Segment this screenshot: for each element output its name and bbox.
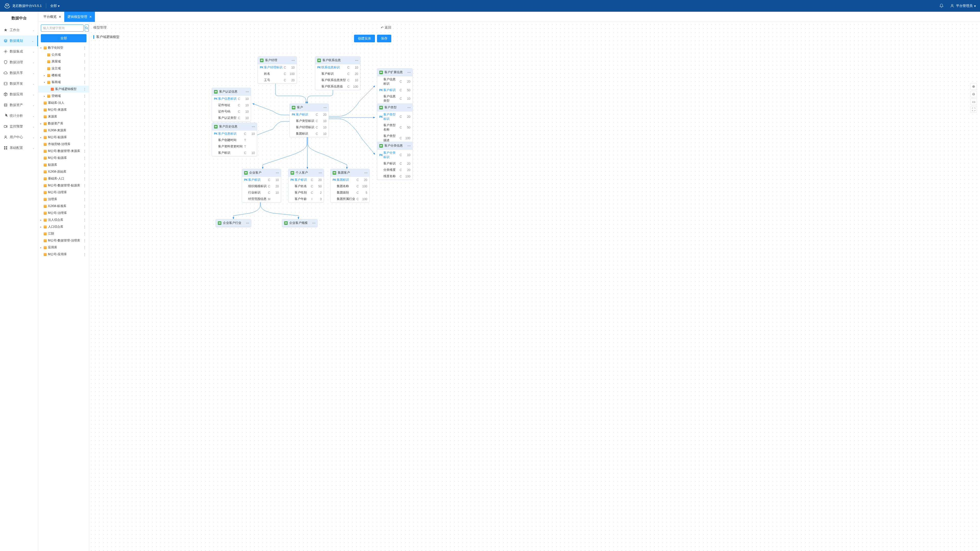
tree-node-28[interactable]: M公司-数据管理-治理库⋮	[38, 237, 89, 244]
sidebar-item-5[interactable]: 数据开发⌄	[0, 78, 38, 89]
more-icon[interactable]: ⋮	[82, 225, 87, 229]
more-icon[interactable]: ⋮	[82, 94, 87, 98]
entity-contact[interactable]: 客户联系信息⋯PK联系信息标识C10客户标识C20客户联系信息类型C10客户联系…	[315, 56, 360, 90]
more-icon[interactable]: ⋯	[252, 125, 255, 129]
zoom-out-button[interactable]: ⊖	[970, 91, 977, 97]
tree-node-11[interactable]: ▸数据资产库⋮	[38, 120, 89, 127]
tree-all-button[interactable]: 全部	[41, 34, 86, 42]
more-icon[interactable]: ⋯	[318, 171, 321, 175]
entity-header[interactable]: 客户类型⋯	[377, 104, 412, 111]
tree-node-30[interactable]: M公司-应用库⋮	[38, 251, 89, 258]
tab-0[interactable]: 平台概览✕	[40, 12, 64, 22]
more-icon[interactable]: ⋮	[82, 87, 87, 91]
entity-cert[interactable]: 客户认证信息⋯PK客户信息标识C10证件地址C10证件号码C10客户认证类型C1…	[212, 88, 251, 121]
tree-node-7[interactable]: ▸营销域⋮	[38, 92, 89, 100]
tree-node-26[interactable]: ▸人口综合库⋮	[38, 223, 89, 230]
more-icon[interactable]: ⋮	[82, 239, 87, 243]
more-icon[interactable]: ⋮	[82, 184, 87, 187]
more-icon[interactable]: ⋯	[291, 59, 294, 62]
sidebar-item-4[interactable]: 数据共享⌄	[0, 68, 38, 78]
sidebar-item-3[interactable]: 数据治理⌄	[0, 57, 38, 68]
more-icon[interactable]: ⋮	[82, 115, 87, 119]
sidebar-item-2[interactable]: 数据集成⌄	[0, 46, 38, 57]
more-icon[interactable]: ⋮	[82, 198, 87, 201]
entity-ent[interactable]: 企业客户⋯PK客户标识C10组织规模标识C20行业标识C10经营范围信息M	[242, 169, 281, 202]
tree-node-4[interactable]: ▸楼栋域⋮	[38, 72, 89, 79]
more-icon[interactable]: ⋮	[82, 101, 87, 105]
tree-node-2[interactable]: 房屋域⋮	[38, 58, 89, 65]
entity-header[interactable]: 客户联系信息⋯	[315, 57, 360, 64]
more-icon[interactable]: ⋮	[82, 211, 87, 215]
tree-node-25[interactable]: ▸法人综合库⋮	[38, 216, 89, 223]
more-icon[interactable]: ⋮	[82, 67, 87, 70]
tree-node-9[interactable]: M公司-来源库⋮	[38, 106, 89, 113]
tree-node-1[interactable]: 公共域⋮	[38, 51, 89, 58]
user-menu[interactable]: 平台管理员 ▾	[950, 3, 976, 8]
zoom-in-button[interactable]: ⊕	[970, 83, 977, 90]
sidebar-item-8[interactable]: 统计分析⌄	[0, 110, 38, 121]
more-icon[interactable]: ⋮	[82, 232, 87, 236]
entity-cat[interactable]: 客户分类信息⋯PK客户分类标识C10客户标识C20分类维度C20维度名称C100	[377, 142, 413, 180]
more-icon[interactable]: ⋮	[82, 46, 87, 50]
more-icon[interactable]: ⋯	[407, 106, 410, 110]
fit-button[interactable]: ▭	[970, 98, 977, 105]
entity-header[interactable]: 企业客户⋯	[242, 169, 281, 177]
tree-node-8[interactable]: 基础库-法人⋮	[38, 100, 89, 106]
sidebar-item-1[interactable]: 数据规划⌄	[0, 35, 38, 46]
entity-header[interactable]: 客户分类信息⋯	[377, 142, 412, 150]
more-icon[interactable]: ⋮	[82, 246, 87, 249]
notifications-button[interactable]	[939, 3, 944, 8]
tree-node-22[interactable]: 治理库⋮	[38, 196, 89, 203]
tree-node-21[interactable]: M公司-治理库⋮	[38, 189, 89, 196]
entity-header[interactable]: 集团客户⋯	[331, 169, 369, 177]
entity-hist[interactable]: 客户历史信息⋯PK客户信息标识C10客户创建时间T客户资料变更时间T客户标识C1…	[212, 123, 257, 156]
tree-search-button[interactable]	[85, 24, 89, 32]
more-icon[interactable]: ⋯	[364, 171, 367, 175]
more-icon[interactable]: ⋮	[82, 170, 87, 174]
tree-node-27[interactable]: 江阴⋮	[38, 230, 89, 237]
tree-node-10[interactable]: 来源库⋮	[38, 113, 89, 120]
entity-header[interactable]: 客户⋯	[290, 104, 329, 111]
more-icon[interactable]: ⋮	[82, 74, 87, 77]
more-icon[interactable]: ⋯	[276, 171, 279, 175]
more-icon[interactable]: ⋮	[82, 163, 87, 167]
more-icon[interactable]: ⋯	[312, 221, 315, 225]
entity-header[interactable]: 客户历史信息⋯	[212, 123, 257, 130]
more-icon[interactable]: ⋮	[82, 122, 87, 125]
tree-node-12[interactable]: XJXM-来源库⋮	[38, 127, 89, 134]
tab-1[interactable]: 逻辑模型管理✕	[64, 12, 95, 22]
scope-dropdown[interactable]: 全部 ▾	[50, 3, 60, 8]
tree-node-16[interactable]: M公司-贴源库⋮	[38, 154, 89, 161]
more-icon[interactable]: ⋯	[407, 144, 410, 148]
more-icon[interactable]: ⋮	[82, 60, 87, 64]
tree-node-3[interactable]: 业主域⋮	[38, 65, 89, 72]
entity-mgr[interactable]: 客户经理⋯PK客户经理标识C10姓名C100工号C20	[258, 56, 297, 84]
entity-header[interactable]: 客户经理⋯	[258, 57, 297, 64]
canvas-viewport[interactable]: 模型管理 ↶ 返回 客户域逻辑模型 创建实体 保存	[89, 22, 980, 551]
close-icon[interactable]: ✕	[59, 15, 61, 19]
more-icon[interactable]: ⋮	[82, 218, 87, 222]
tree-node-29[interactable]: ▸应用库⋮	[38, 244, 89, 251]
more-icon[interactable]: ⋮	[82, 156, 87, 160]
tree-node-19[interactable]: 基础库-人口⋮	[38, 175, 89, 182]
sidebar-item-9[interactable]: 监控预警⌄	[0, 121, 38, 132]
entity-header[interactable]: 客户扩展信息⋯	[377, 68, 412, 76]
sidebar-item-11[interactable]: 基础配置⌄	[0, 143, 38, 153]
tree-node-23[interactable]: XJXM-标准库⋮	[38, 203, 89, 210]
entity-header[interactable]: 企业客户规模⋯	[282, 219, 317, 227]
more-icon[interactable]: ⋮	[82, 177, 87, 181]
tree-node-18[interactable]: XJXM-原始库⋮	[38, 168, 89, 175]
more-icon[interactable]: ⋯	[323, 106, 326, 110]
fullscreen-button[interactable]: ⛶	[970, 106, 977, 113]
save-button[interactable]: 保存	[377, 35, 391, 42]
entity-person[interactable]: 个人客户⋯PK客户标识C20客户姓名C50客户性别C2客户年龄I3	[288, 169, 324, 202]
tree-node-6[interactable]: 客户域逻辑模型⋮	[38, 86, 89, 92]
entity-type[interactable]: 客户类型⋯PK客户类型标识C20客户类型名称C50客户类型描述C100	[377, 103, 413, 144]
back-button[interactable]: ↶ 返回	[381, 25, 391, 30]
more-icon[interactable]: ⋯	[246, 90, 249, 94]
create-entity-button[interactable]: 创建实体	[354, 35, 375, 42]
more-icon[interactable]: ⋮	[82, 205, 87, 208]
tree-node-13[interactable]: ▸M公司-贴源库⋮	[38, 134, 89, 141]
tree-node-20[interactable]: M公司-数据管理-贴源库⋮	[38, 182, 89, 189]
tree-node-5[interactable]: ▾客商域⋮	[38, 79, 89, 86]
